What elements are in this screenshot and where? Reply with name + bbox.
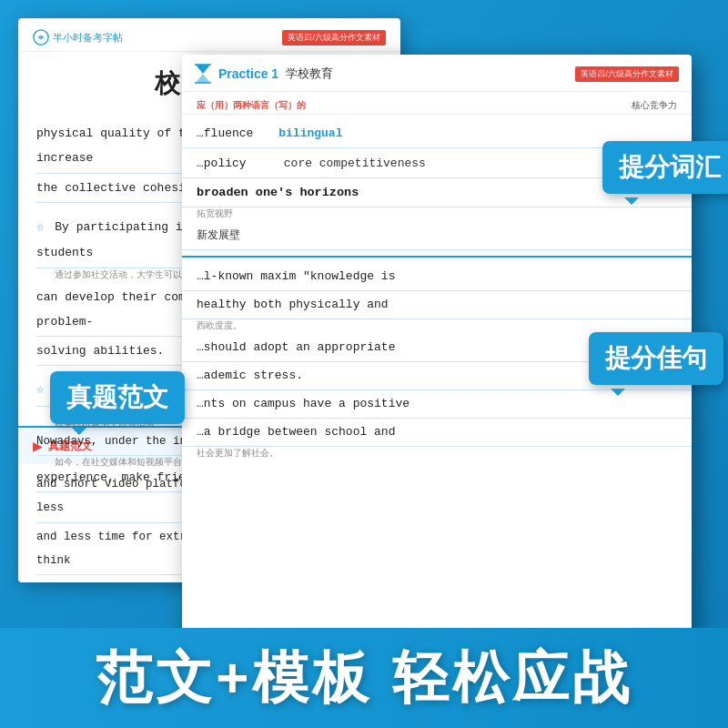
vocab-line-4: 新发展壁 xyxy=(182,222,692,250)
vocab-en-1: …fluence xyxy=(197,126,253,140)
sentence-line-6: …a bridge between school and xyxy=(182,419,692,447)
badge-front: 英语四/六级高分作文素材 xyxy=(575,66,679,82)
logo-back-text: 半小时备考字帖 xyxy=(53,31,123,45)
bottom-banner: 范文+模板 轻松应战 xyxy=(0,628,728,728)
vocab-cn-3: 拓宽视野 xyxy=(182,207,692,222)
practice-label: Practice 1 学校教育 xyxy=(195,64,333,84)
sentence-line-2: healthy both physically and xyxy=(182,291,692,319)
practice-num: Practice 1 xyxy=(218,66,278,81)
line-text: …ademic stress. xyxy=(197,369,303,382)
main-container: 半小时备考字帖 英语四/六级高分作文素材 校园生活 physical quali… xyxy=(0,0,728,728)
vocab-col1-label: 应（用）两种语言（写）的 xyxy=(197,99,433,112)
sentence-cn-2: 社会更加了解社会。 xyxy=(182,447,692,461)
line-text: healthy both physically and xyxy=(197,298,389,311)
page-back-header: 半小时备考字帖 英语四/六级高分作文素材 xyxy=(18,18,400,52)
vocab-cn-4: 新发展壁 xyxy=(197,228,240,241)
hourglass-icon xyxy=(195,64,211,84)
logo-back: 半小时备考字帖 xyxy=(33,29,123,46)
line-text: …l-known maxim "knowledge is xyxy=(197,269,395,283)
line-text: …a bridge between school and xyxy=(197,425,395,439)
line-text: …nts on campus have a positive xyxy=(197,397,410,410)
vocab-col1: 应（用）两种语言（写）的 xyxy=(197,99,433,112)
sentence-line-1: …l-known maxim "knowledge is xyxy=(182,263,692,291)
svg-marker-12 xyxy=(196,74,210,83)
practice-title-cn: 学校教育 xyxy=(286,66,333,82)
callout-jiaju: 提分佳句 xyxy=(589,332,723,385)
line-text: solving abilities. xyxy=(36,344,164,358)
vocab-col2-label: 核心竞争力 xyxy=(440,99,677,112)
vocab-col2: 核心竞争力 xyxy=(440,99,677,112)
vocab-bilingual: bilingual xyxy=(278,126,342,140)
vocab-header-area: 应（用）两种语言（写）的 核心竞争力 xyxy=(182,92,692,115)
callout-tici: 提分词汇 xyxy=(602,141,728,194)
badge-back: 英语四/六级高分作文素材 xyxy=(282,30,386,46)
star-bullet-1: ☆ xyxy=(36,219,44,234)
page-front-header: Practice 1 学校教育 英语四/六级高分作文素材 xyxy=(182,55,692,92)
line-text: …should adopt an appropriate xyxy=(197,340,395,354)
callout-fanwen: 真题范文 xyxy=(50,371,185,424)
vocab-horizons: broaden one's horizons xyxy=(197,186,359,199)
vocab-en-2: …policy xyxy=(197,152,269,176)
vocab-competitiveness: core competitiveness xyxy=(284,157,426,170)
svg-marker-11 xyxy=(196,65,210,74)
bottom-text: 范文+模板 轻松应战 xyxy=(96,640,632,716)
star-bullet-2: ☆ xyxy=(36,382,44,397)
